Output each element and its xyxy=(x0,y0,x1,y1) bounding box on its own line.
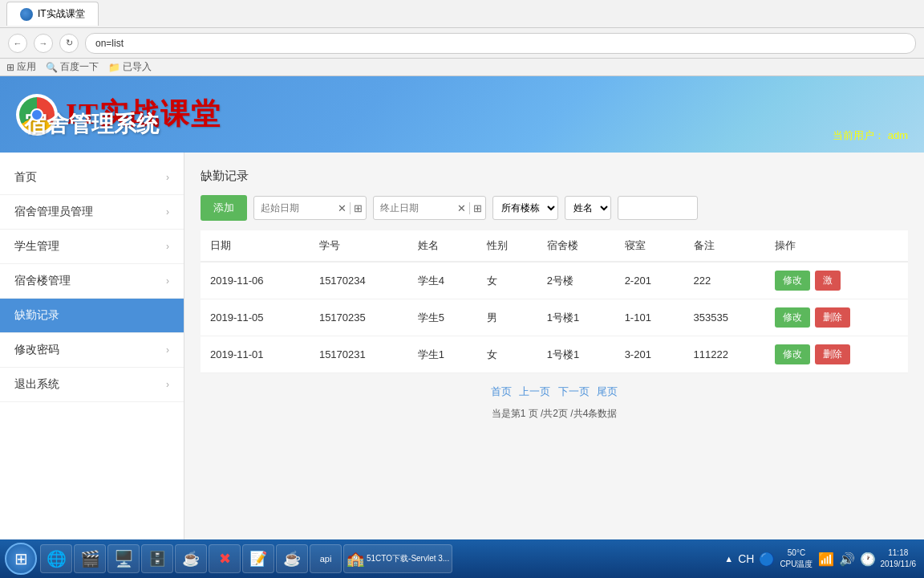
taskbar-chrome[interactable]: 🌐 xyxy=(40,544,72,573)
start-button[interactable]: ⊞ xyxy=(3,543,38,575)
taskbar: ⊞ 🌐 🎬 🖥️ 🗄️ ☕ ✖ 📝 ☕ api 🏫 51CTO下载-Servle… xyxy=(0,539,924,578)
sidebar-label-students: 学生管理 xyxy=(14,239,59,254)
tray-arrow: ▲ xyxy=(724,554,733,564)
cell-student-id-0: 15170234 xyxy=(310,262,408,299)
first-page-link[interactable]: 首页 xyxy=(491,385,512,397)
system-tray: ▲ CH 🔵 50°C CPU温度 📶 🔊 🕐 11:18 2019/11/6 xyxy=(719,547,921,570)
cell-remark-2: 111222 xyxy=(684,336,765,373)
end-date-clear-button[interactable]: ✕ xyxy=(454,202,469,214)
sidebar-item-logout[interactable]: 退出系统 › xyxy=(0,368,184,402)
delete-button-0[interactable]: 激 xyxy=(815,271,841,291)
back-button[interactable]: ← xyxy=(8,34,27,53)
cell-gender-0: 女 xyxy=(477,262,537,299)
arrow-icon-dormadmin: › xyxy=(166,206,169,218)
bookmark-apps[interactable]: ⊞ 应用 xyxy=(6,60,36,74)
taskbar-editor[interactable]: 📝 xyxy=(242,544,274,573)
bookmark-import[interactable]: 📁 已导入 xyxy=(108,60,152,74)
sidebar-item-dormadmin[interactable]: 宿舍管理员管理 › xyxy=(0,195,184,230)
chrome-inner-circle xyxy=(30,108,43,121)
cell-date-0: 2019-11-06 xyxy=(201,262,310,299)
jquery-taskbar-icon: ☕ xyxy=(283,550,301,568)
apps-icon: ⊞ xyxy=(6,62,14,73)
prev-page-link[interactable]: 上一页 xyxy=(519,385,550,397)
edit-button-0[interactable]: 修改 xyxy=(775,271,810,291)
col-header-gender: 性别 xyxy=(477,230,537,262)
cell-date-1: 2019-11-05 xyxy=(201,299,310,336)
taskbar-explorer[interactable]: 🖥️ xyxy=(107,544,140,573)
sidebar-label-absence: 缺勤记录 xyxy=(14,308,59,323)
cell-room-2: 3-201 xyxy=(615,336,684,373)
start-date-clear-button[interactable]: ✕ xyxy=(334,202,350,214)
51cto-label: 51CTO下载-Servlet 3... xyxy=(367,553,449,564)
temp-display: 50°C CPU温度 xyxy=(780,547,813,570)
windows-start-icon: ⊞ xyxy=(5,543,37,575)
address-input[interactable] xyxy=(85,33,916,54)
system-title: 宿舍管理系统 xyxy=(24,112,159,136)
edit-button-1[interactable]: 修改 xyxy=(775,307,810,328)
start-date-filter: ✕ ⊞ xyxy=(253,196,367,220)
taskbar-jsp[interactable]: ☕ xyxy=(175,544,207,573)
sidebar: 首页 › 宿舍管理员管理 › 学生管理 › 宿舍楼管理 › 缺勤记录 修改密码 … xyxy=(0,153,184,539)
bookmark-baidu-label: 百度一下 xyxy=(60,60,99,74)
edit-button-2[interactable]: 修改 xyxy=(775,344,810,364)
sidebar-item-absence[interactable]: 缺勤记录 xyxy=(0,299,184,333)
col-header-name: 姓名 xyxy=(408,230,477,262)
taskbar-close[interactable]: ✖ xyxy=(209,544,241,573)
table-row: 2019-11-06 15170234 学生4 女 2号楼 2-201 222 … xyxy=(201,262,908,299)
add-button[interactable]: 添加 xyxy=(201,195,247,221)
sidebar-label-password: 修改密码 xyxy=(14,343,59,357)
cell-gender-1: 男 xyxy=(477,299,537,336)
taskbar-video[interactable]: 🎬 xyxy=(74,544,106,573)
bookmark-import-label: 已导入 xyxy=(123,60,152,74)
sidebar-item-buildings[interactable]: 宿舍楼管理 › xyxy=(0,264,184,299)
taskbar-51cto[interactable]: 🏫 51CTO下载-Servlet 3... xyxy=(343,544,452,573)
sidebar-label-home: 首页 xyxy=(14,170,37,185)
forward-button[interactable]: → xyxy=(34,34,53,53)
51cto-icon: 🏫 xyxy=(346,550,364,568)
sidebar-item-password[interactable]: 修改密码 › xyxy=(0,333,184,368)
taskbar-sql[interactable]: 🗄️ xyxy=(141,544,173,573)
search-input[interactable] xyxy=(618,196,698,220)
reload-button[interactable]: ↻ xyxy=(59,34,79,53)
cell-actions-1: 修改 删除 xyxy=(765,299,908,336)
start-date-calendar-button[interactable]: ⊞ xyxy=(350,202,366,214)
col-header-actions: 操作 xyxy=(765,230,908,262)
toolbar: 添加 ✕ ⊞ ✕ ⊞ 所有楼栋 姓名 xyxy=(201,195,908,221)
cell-date-2: 2019-11-01 xyxy=(201,336,310,373)
close-taskbar-icon: ✖ xyxy=(219,550,231,568)
delete-button-2[interactable]: 删除 xyxy=(815,344,850,364)
col-header-student-id: 学号 xyxy=(310,230,408,262)
dormitory-filter-select[interactable]: 所有楼栋 xyxy=(492,196,558,220)
cell-actions-2: 修改 删除 xyxy=(765,336,908,373)
chrome-taskbar-icon: 🌐 xyxy=(47,549,67,568)
clock-icon: 🕐 xyxy=(860,552,876,567)
sql-taskbar-icon: 🗄️ xyxy=(148,550,166,568)
bookmark-baidu[interactable]: 🔍 百度一下 xyxy=(46,60,99,74)
browser-tab[interactable]: IT实战课堂 xyxy=(6,2,99,26)
sidebar-label-buildings: 宿舍楼管理 xyxy=(14,274,71,288)
end-date-input[interactable] xyxy=(374,202,454,214)
delete-button-1[interactable]: 删除 xyxy=(815,307,850,328)
cell-name-2: 学生1 xyxy=(408,336,477,373)
video-taskbar-icon: 🎬 xyxy=(80,549,100,568)
taskbar-jquery[interactable]: ☕ xyxy=(276,544,308,573)
name-filter-select[interactable]: 姓名 xyxy=(565,196,611,220)
sidebar-label-dormadmin: 宿舍管理员管理 xyxy=(14,205,93,219)
tab-label: IT实战课堂 xyxy=(38,7,85,21)
sidebar-item-students[interactable]: 学生管理 › xyxy=(0,230,184,264)
sidebar-item-home[interactable]: 首页 › xyxy=(0,161,184,195)
next-page-link[interactable]: 下一页 xyxy=(558,385,590,397)
start-date-input[interactable] xyxy=(254,202,334,214)
cell-remark-1: 353535 xyxy=(684,299,765,336)
last-page-link[interactable]: 尾页 xyxy=(597,385,618,397)
tab-favicon xyxy=(20,8,33,21)
explorer-taskbar-icon: 🖥️ xyxy=(114,549,134,568)
current-user-label: 当前用户： xyxy=(833,129,885,141)
col-header-remark: 备注 xyxy=(684,230,765,262)
site-header: IT实战课堂 当前用户： adm 宿舍管理系统 xyxy=(0,76,924,153)
import-icon: 📁 xyxy=(108,62,120,73)
section-title: 缺勤记录 xyxy=(201,169,908,184)
cpu-label: CPU温度 xyxy=(780,559,813,570)
clock-display: 11:18 2019/11/6 xyxy=(881,547,917,570)
end-date-calendar-button[interactable]: ⊞ xyxy=(469,202,485,214)
